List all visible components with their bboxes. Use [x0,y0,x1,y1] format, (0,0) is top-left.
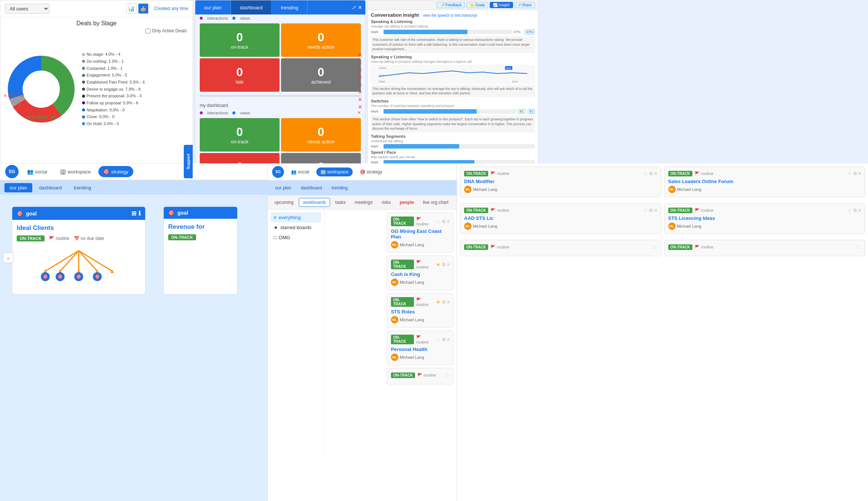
remove-item-3[interactable]: ✕ [358,67,362,73]
board-title-cash[interactable]: Cash is King [391,271,450,277]
sidebar-omg[interactable]: □ OMG [271,232,321,243]
collapse-icon[interactable]: ✕ [358,4,362,10]
star-lic[interactable]: ☆ [847,207,852,213]
user-select[interactable]: All users [5,4,49,14]
wb-nav-social[interactable]: 👥 social [287,167,313,176]
metric-on-track-1[interactable]: 0 on-track [200,23,280,57]
board-aad-sts[interactable]: ON-TRACK 🚩 routine ☆ ⧉ ≡ AAD STS Lic ML … [460,203,661,234]
wb-tab-meetings[interactable]: meetings [351,198,376,206]
star-sl[interactable]: ☆ [847,170,852,176]
tab-our-plan[interactable]: our plan [195,0,231,14]
remove-item-5[interactable]: ✕ [358,82,362,88]
menu-dna[interactable]: ≡ [654,171,657,176]
metric-needs-action-2[interactable]: 0 needs action [281,118,361,152]
nav-tab-workspace[interactable]: 🏢 workspace [55,166,95,177]
remove-item-8[interactable]: ✕ [358,104,362,110]
feedback-btn[interactable]: 📝 Feedback [437,2,465,8]
board-last-right[interactable]: ON-TRACK 🚩 routine ☆ [664,240,865,256]
star-sts[interactable]: ★ [436,299,441,305]
grid-icon-1[interactable]: ⊞ [131,210,136,217]
filter-button[interactable]: ⬦ [3,253,13,263]
wb-sub-our-plan[interactable]: our plan [271,184,296,192]
board-title-sts[interactable]: STS Roles [391,309,450,315]
star-gg[interactable]: ☆ [436,218,441,224]
active-deals-checkbox[interactable] [146,29,150,33]
star-dna[interactable]: ☆ [643,170,648,176]
expand-icon[interactable]: ⤢ [352,4,356,10]
copy-icon-gg[interactable]: ⧉ [442,219,446,224]
metric-late-1[interactable]: 0 late [200,58,280,92]
tab-trending[interactable]: trending [272,0,307,14]
metric-needs-action-1[interactable]: 0 needs action [281,23,361,57]
title-dna[interactable]: DNA Modifier [464,179,657,184]
board-card-last[interactable]: ON-TRACK 🚩 routine ☆ [387,368,454,384]
board-last-left[interactable]: ON-TRACK 🚩 routine ☆ [460,240,661,256]
board-sales-leaders[interactable]: ON-TRACK 🚩 routine ☆ ⧉ ≡ Sales Leaders O… [664,166,865,197]
menu-icon-health[interactable]: ≡ [447,337,450,342]
star-last[interactable]: ☆ [445,372,450,378]
star-cash[interactable]: ★ [436,261,441,267]
wb-tab-upcoming[interactable]: upcoming [271,198,297,206]
nav-tab-strategy[interactable]: 🎯 strategy [98,166,133,177]
menu-icon-cash[interactable]: ≡ [447,262,450,267]
insight-transcript-link[interactable]: view the speech to text transcript [423,13,477,17]
remove-item-7[interactable]: ✕ [358,97,362,103]
active-deals-filter[interactable]: Only Active Deals [0,28,193,33]
created-time-link[interactable]: any time [172,6,188,11]
title-sl[interactable]: Sales Leaders Online Forum [668,179,861,184]
wb-tab-live-org[interactable]: live org chart [419,198,452,206]
star-health[interactable]: ☆ [436,336,441,342]
menu-sl[interactable]: ≡ [858,171,861,176]
wb-tab-workboards[interactable]: workboards [299,198,330,207]
metric-on-track-2[interactable]: 0 on-track [200,118,280,152]
sub-tab-our-plan[interactable]: our plan [4,183,32,192]
remove-item-2[interactable]: ✕ [358,59,362,65]
sidebar-everything[interactable]: # everything [271,212,321,222]
remove-item-6[interactable]: ✕ [358,89,362,95]
sub-tab-dashboard[interactable]: dashboard [34,183,67,192]
support-tab[interactable]: Support [184,145,193,178]
board-card-cash-king[interactable]: ON-TRACK 🚩 routine ★ ⧉ ≡ Cash is King ML… [387,256,454,290]
bar-chart-icon[interactable]: 📊 [126,3,137,14]
board-card-gg-mining[interactable]: ON-TRACK 🚩 routine ☆ ⧉ ≡ GG Mining East … [387,212,454,253]
board-title-gg[interactable]: GG Mining East Coast Plan [391,228,450,240]
wb-tab-tasks[interactable]: tasks [332,198,349,206]
board-sts-lic[interactable]: ON-TRACK 🚩 routine ☆ ⧉ ≡ STS Licencing I… [664,203,865,234]
copy-sl[interactable]: ⧉ [854,171,857,176]
sub-tab-trending[interactable]: trending [68,183,96,192]
title-aad[interactable]: AAD STS Lic [464,215,657,221]
menu-icon-gg[interactable]: ≡ [447,219,450,224]
copy-aad[interactable]: ⧉ [649,208,653,213]
board-dna[interactable]: ON-TRACK 🚩 routine ☆ ⧉ ≡ DNA Modifier ML… [460,166,661,197]
copy-lic[interactable]: ⧉ [854,208,857,213]
metric-achieved-1[interactable]: 0 achieved [281,58,361,92]
copy-icon-cash[interactable]: ⧉ [442,262,446,267]
copy-icon-health[interactable]: ⧉ [442,337,446,342]
remove-item-4[interactable]: ✕ [358,74,362,80]
board-title-health[interactable]: Personal Health [391,347,450,352]
wb-sub-dashboard[interactable]: dashboard [296,184,326,192]
board-card-sts-roles[interactable]: ON-TRACK 🚩 routine ★ ⧉ ≡ STS Roles ML Mi… [387,293,454,328]
star-lr[interactable]: ☆ [856,244,861,250]
wb-sub-trending[interactable]: trending [327,184,352,192]
wb-tab-people[interactable]: people [396,198,418,206]
copy-dna[interactable]: ⧉ [649,171,653,176]
sidebar-starred[interactable]: ★ starred boards [271,222,321,232]
menu-lic[interactable]: ≡ [858,208,861,213]
pie-chart-icon[interactable]: 🥧 [138,3,149,14]
insight-btn[interactable]: 📈 Insight [490,2,513,8]
wb-nav-strategy[interactable]: 🎯 strategy [356,167,386,176]
board-card-personal-health[interactable]: ON-TRACK 🚩 routine ☆ ⧉ ≡ Personal Health… [387,331,454,365]
menu-icon-sts[interactable]: ≡ [447,299,450,305]
goals-btn[interactable]: ⭐ Goals [466,2,488,8]
wb-tab-risks[interactable]: risks [378,198,395,206]
share-btn[interactable]: ↗ Share [515,2,535,8]
remove-item-1[interactable]: ✕ [358,52,362,58]
wb-nav-workspace[interactable]: 🏢 workspace [316,167,353,176]
menu-aad[interactable]: ≡ [654,208,657,213]
tab-dashboard[interactable]: dashboard [231,0,272,14]
info-icon-1[interactable]: ℹ [138,210,141,217]
star-aad[interactable]: ☆ [643,207,648,213]
title-lic[interactable]: STS Licencing Ideas [668,215,861,221]
nav-tab-social[interactable]: 👥 social [22,166,52,177]
